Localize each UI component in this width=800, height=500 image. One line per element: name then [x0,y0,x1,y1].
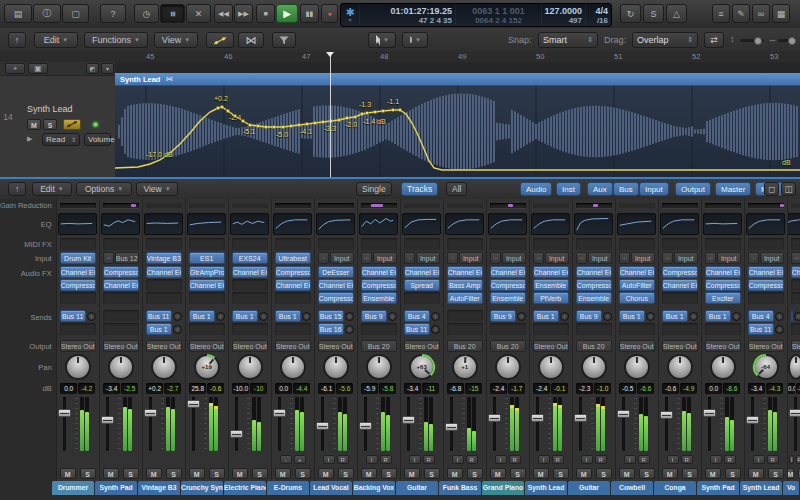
input-slot[interactable]: EXS24 [232,252,268,264]
channel-format-stereo-icon[interactable]: ○○ [103,252,114,264]
audio-fx-slot[interactable]: PtVerb [533,292,569,304]
solo-button[interactable]: S [209,468,225,479]
output-slot[interactable]: Stereo Out [318,340,354,352]
audio-fx-slot[interactable] [748,292,784,304]
channel-name-lead-vocal[interactable]: Lead Vocal [310,481,352,495]
volume-db-readout[interactable]: -0.6 [662,383,679,394]
output-slot[interactable]: Stereo Out [103,340,139,352]
record-enable-button[interactable]: R [638,455,650,464]
channel-format-stereo-icon[interactable]: ○○ [791,252,800,264]
channel-name-electric-piano[interactable]: Electric Piano [224,481,266,495]
audio-fx-slot[interactable]: Compressor [318,292,354,304]
mute-button[interactable]: M [189,468,205,479]
audio-fx-slot[interactable] [662,292,698,304]
input-monitor-button[interactable]: I [452,455,464,464]
audio-fx-slot[interactable]: Channel EQ [318,279,354,291]
audio-fx-slot[interactable]: Channel EQ [705,266,741,278]
audio-fx-slot[interactable]: Ensemble [533,279,569,291]
midi-fx-slot[interactable] [189,238,225,250]
lcd-signature-section[interactable]: 4/4 /16 [585,4,611,26]
track-sort-button[interactable]: ◩ [86,63,99,74]
lcd-time-section[interactable]: 01:01:27:19.25 47 2 4 35 [359,4,455,26]
send-level-knob[interactable] [560,312,569,321]
input-slot[interactable]: Input [545,252,569,264]
fader-track[interactable] [63,397,66,451]
mixer-filter-master[interactable]: Master [715,182,751,196]
input-monitor-button[interactable]: I [366,455,378,464]
timer-button[interactable]: ◷ [134,4,159,23]
fader-track[interactable] [622,397,625,451]
audio-fx-slot[interactable]: Channel EQ [232,266,268,278]
output-slot[interactable]: Stereo Out [189,340,225,352]
mute-button[interactable]: M [318,468,334,479]
help-button[interactable]: ? [100,4,126,23]
channel-format-mono-icon[interactable]: ○ [447,252,458,264]
eq-thumbnail[interactable] [58,213,97,235]
mute-button[interactable]: M [361,468,377,479]
solo-button[interactable]: S [338,468,354,479]
audio-fx-slot[interactable] [232,279,268,291]
solo-button[interactable]: S [596,468,612,479]
input-slot[interactable]: Ultrabeat [275,252,311,264]
send-slot[interactable]: Bus 16 [318,323,344,335]
input-monitor-button[interactable]: I [409,455,421,464]
fader-cap[interactable] [273,409,286,417]
audio-fx-slot[interactable]: Compressor [705,279,741,291]
audio-fx-slot[interactable]: Channel EQ [103,279,139,291]
media-button[interactable]: ▦ [772,4,790,23]
fader-track[interactable] [536,397,539,451]
mixer-filter-audio[interactable]: Audio [520,182,552,196]
input-slot[interactable]: Input [631,252,655,264]
menu-edit[interactable]: Edit▼ [34,32,78,48]
duplicate-track-button[interactable]: ▣ [28,63,48,74]
disclosure-triangle-icon[interactable]: ▶ [27,135,32,143]
send-slot[interactable] [705,323,741,335]
record-enable-button[interactable]: R [380,455,392,464]
mixer-view-single[interactable]: Single [356,182,392,196]
send-slot[interactable]: Bus 11 [60,310,86,322]
pan-knob[interactable] [538,354,564,380]
input-monitor-button[interactable]: I [538,455,550,464]
channel-format-stereo-icon[interactable]: ○○ [576,252,587,264]
record-enable-button[interactable]: R [796,455,800,464]
lcd-settings[interactable]: ✱ ▾ [341,4,359,26]
drag-select[interactable]: Overlap ⇕ [632,32,698,48]
audio-fx-slot[interactable]: Channel EQ [533,266,569,278]
send-slot[interactable] [490,323,526,335]
eq-thumbnail[interactable] [617,213,656,235]
audio-fx-slot[interactable]: Channel EQ [146,266,182,278]
fader-track[interactable] [579,397,582,451]
send-slot[interactable]: Bus 11 [146,310,172,322]
midi-fx-slot[interactable] [576,238,612,250]
fader-cap[interactable] [746,416,759,424]
output-slot[interactable]: Stereo Out [705,340,741,352]
input-slot[interactable]: Input [373,252,397,264]
midi-fx-slot[interactable] [791,238,800,250]
pan-knob[interactable] [323,354,349,380]
mixer-button[interactable]: ≡ [160,4,185,23]
fader-cap[interactable] [230,430,243,438]
send-slot[interactable] [103,310,139,322]
channel-name-conga[interactable]: Conga [654,481,696,495]
record-enable-button[interactable]: R [423,455,435,464]
audio-fx-slot[interactable]: DeEsser [318,266,354,278]
lcd-display[interactable]: ✱ ▾ 01:01:27:19.25 47 2 4 35 0063 1 1 00… [340,3,612,27]
mute-button[interactable]: M [788,468,795,479]
volume-db-readout[interactable]: 25.8 [189,383,206,394]
mute-button[interactable]: M [748,468,764,479]
send-level-knob[interactable] [689,312,698,321]
volume-db-readout[interactable]: -0.5 [619,383,636,394]
midi-fx-slot[interactable] [705,238,741,250]
mixer-filter-inst[interactable]: Inst [556,182,581,196]
mute-button[interactable]: M [275,468,291,479]
send-slot[interactable]: Bus 9 [361,310,387,322]
volume-db-readout[interactable]: -3.4 [748,383,765,394]
channel-name-crunchy-synth[interactable]: Crunchy Synth [181,481,223,495]
audio-fx-slot[interactable] [791,292,800,304]
eq-thumbnail[interactable] [488,213,527,235]
send-slot[interactable] [447,310,483,322]
mute-button[interactable]: M [146,468,162,479]
channel-name-guitar[interactable]: Guitar [396,481,438,495]
send-slot[interactable] [361,323,397,335]
cycle-button[interactable]: ↻ [620,4,641,23]
